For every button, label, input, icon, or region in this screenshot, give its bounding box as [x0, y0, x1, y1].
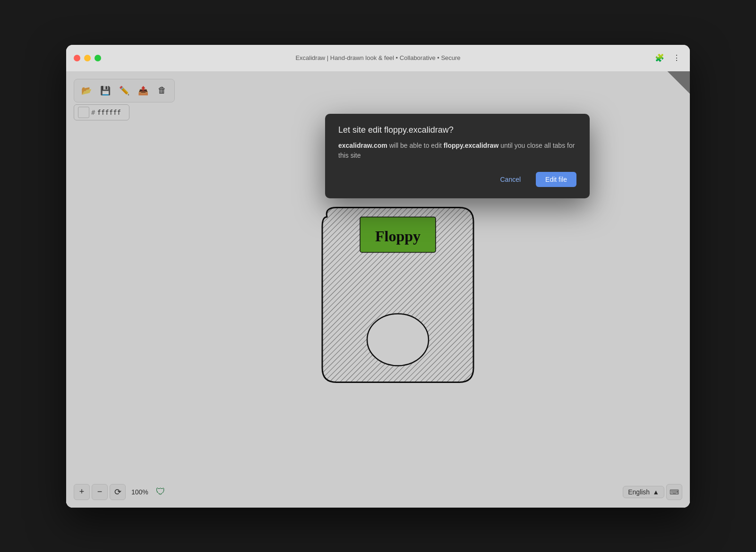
file-edit-dialog: Let site edit floppy.excalidraw? excalid…	[325, 114, 590, 198]
browser-title: Excalidraw | Hand-drawn look & feel • Co…	[295, 54, 460, 61]
browser-content: Floppy 📂 💾 ✏️ 📤 🗑 # + −	[66, 71, 690, 508]
dialog-body-middle: will be able to edit	[387, 142, 444, 149]
close-button[interactable]	[74, 55, 80, 61]
title-bar: Excalidraw | Hand-drawn look & feel • Co…	[66, 45, 690, 71]
maximize-button[interactable]	[94, 55, 101, 61]
menu-icon[interactable]: ⋮	[671, 52, 682, 64]
minimize-button[interactable]	[84, 55, 91, 61]
title-bar-right: 🧩 ⋮	[654, 52, 682, 64]
dialog-filename: floppy.excalidraw	[444, 142, 498, 149]
dialog-title: Let site edit floppy.excalidraw?	[338, 125, 576, 135]
edit-file-button[interactable]: Edit file	[536, 172, 576, 187]
dialog-domain: excalidraw.com	[338, 142, 387, 149]
dialog-actions: Cancel Edit file	[338, 172, 576, 187]
cancel-button[interactable]: Cancel	[490, 172, 530, 187]
extensions-icon[interactable]: 🧩	[654, 52, 665, 64]
traffic-lights	[74, 55, 101, 61]
dialog-body: excalidraw.com will be able to edit flop…	[338, 141, 576, 161]
browser-window: Excalidraw | Hand-drawn look & feel • Co…	[66, 45, 690, 508]
